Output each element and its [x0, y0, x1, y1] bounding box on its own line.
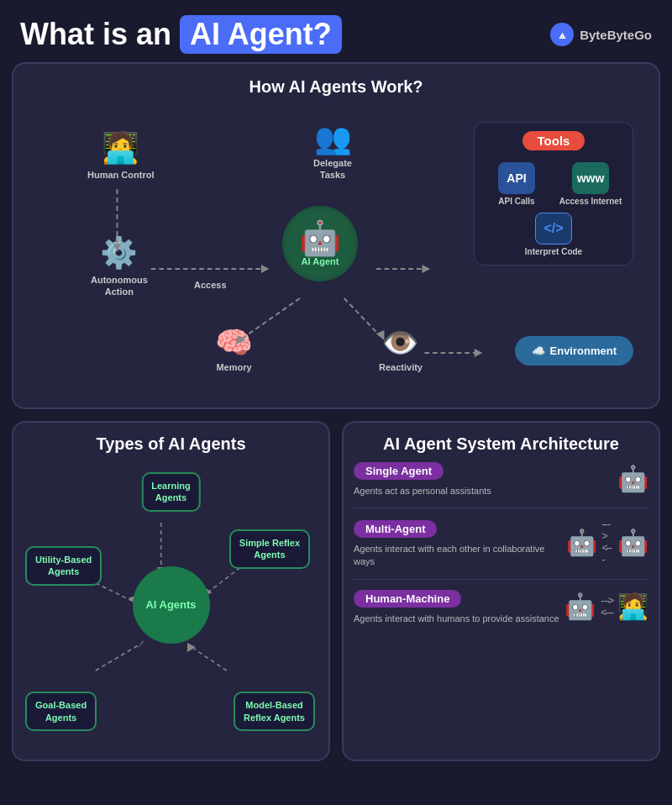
multi-agent-robot1: 🤖 — [566, 528, 597, 557]
reactivity-icon: 👁️ — [381, 328, 419, 358]
types-center-label: AI Agents — [145, 598, 196, 612]
www-icon: www — [572, 162, 609, 194]
delegate-tasks-label: DelegateTasks — [313, 157, 352, 182]
how-agents-work-title: How AI Agents Work? — [30, 77, 642, 97]
svg-marker-21 — [137, 640, 144, 650]
title-prefix: What is an — [20, 17, 171, 52]
svg-marker-23 — [187, 643, 196, 652]
multi-agent-robot2: 🤖 — [617, 528, 648, 557]
svg-marker-5 — [422, 265, 430, 273]
human-machine-badge: Human-Machine — [354, 590, 461, 608]
types-diagram: AI Agents LearningAgents Simple ReflexAg… — [24, 462, 318, 748]
human-control-label: Human Control — [87, 169, 154, 181]
ai-agent-label: AI Agent — [302, 256, 339, 266]
multi-agent-item: Multi-Agent Agents interact with each ot… — [354, 518, 648, 580]
model-based-box: Model-BasedReflex Agents — [234, 692, 315, 731]
autonomous-action-label: AutonomousAction — [91, 274, 148, 298]
multi-agent-badge: Multi-Agent — [354, 520, 437, 538]
single-agent-left: Single Agent Agents act as personal assi… — [354, 462, 491, 497]
svg-marker-3 — [261, 265, 270, 273]
reactivity-label: Reactivity — [379, 361, 423, 373]
single-agent-badge: Single Agent — [354, 462, 444, 480]
multi-agent-arrow: - - -><- - - — [602, 518, 612, 566]
brand-icon: ⟁ — [550, 23, 574, 46]
main-content: How AI Agents Work? — [0, 62, 672, 773]
api-calls-tool: API API Calls — [483, 162, 550, 206]
utility-based-box: Utility-BasedAgents — [25, 546, 102, 586]
single-agent-item: Single Agent Agents act as personal assi… — [354, 462, 648, 508]
access-internet-label: Access Internet — [559, 197, 622, 206]
gear-icon: ⚙️ — [100, 235, 138, 271]
human-machine-item: Human-Machine Agents interact with human… — [354, 590, 648, 635]
multi-agent-robots: 🤖 - - -><- - - 🤖 — [566, 518, 648, 566]
multi-agent-row: Multi-Agent Agents interact with each ot… — [354, 518, 648, 569]
ai-agent-robot-icon: 🤖 — [299, 221, 341, 255]
code-icon: </> — [535, 213, 572, 245]
learning-agents-box: LearningAgents — [141, 472, 200, 512]
human-machine-arrow: - - -><- - - — [601, 595, 612, 618]
svg-line-20 — [96, 645, 139, 671]
api-icon: API — [498, 162, 535, 194]
ai-agent-center: 🤖 AI Agent — [282, 206, 358, 281]
memory-label: Memory — [216, 361, 251, 373]
svg-line-22 — [192, 647, 227, 671]
human-machine-row: Human-Machine Agents interact with human… — [354, 590, 648, 625]
interpret-code-tool: </> Interpret Code — [483, 213, 624, 256]
single-agent-robot-icon: 🤖 — [617, 464, 648, 493]
memory-item: 🧠 Memory — [215, 328, 253, 373]
arch-title: AI Agent System Architecture — [354, 434, 648, 454]
bottom-sections: Types of AI Agents — [12, 421, 660, 761]
types-center-circle: AI Agents — [133, 566, 210, 644]
simple-reflex-box: Simple ReflexAgents — [229, 529, 310, 569]
tools-grid: API API Calls www Access Internet </> — [483, 162, 624, 256]
types-title: Types of AI Agents — [24, 434, 318, 454]
access-internet-tool: www Access Internet — [557, 162, 624, 206]
tools-box: Tools API API Calls www Access Internet — [474, 122, 633, 266]
delegate-tasks-item: 👥 DelegateTasks — [291, 124, 375, 182]
svg-marker-13 — [475, 349, 483, 357]
memory-icon: 🧠 — [215, 328, 253, 358]
human-machine-left: Human-Machine Agents interact with human… — [354, 590, 559, 625]
api-calls-label: API Calls — [498, 197, 534, 206]
types-section: Types of AI Agents — [12, 421, 330, 761]
human-control-item: 🧑‍💻 Human Control — [87, 130, 154, 181]
human-machine-robots: 🤖 - - -><- - - 🧑‍💻 — [564, 592, 648, 621]
single-agent-row: Single Agent Agents act as personal assi… — [354, 462, 648, 497]
brand: ⟁ ByteByteGo — [550, 23, 652, 46]
single-agent-robots: 🤖 — [617, 464, 648, 493]
delegate-icon: 👥 — [314, 124, 352, 154]
architecture-section: AI Agent System Architecture Single Agen… — [342, 421, 660, 761]
tools-badge: Tools — [522, 131, 585, 150]
how-agents-work-section: How AI Agents Work? — [12, 62, 660, 409]
human-machine-human: 🧑‍💻 — [617, 592, 648, 621]
autonomous-action-item: ⚙️ AutonomousAction — [91, 235, 148, 298]
how-agents-diagram: 🧑‍💻 Human Control ⚙️ AutonomousAction 👥 … — [30, 105, 642, 391]
human-machine-desc: Agents interact with humans to provide a… — [354, 613, 559, 625]
svg-line-10 — [344, 298, 381, 336]
access-label: Access — [194, 280, 227, 290]
environment-label: Environment — [550, 345, 617, 357]
single-agent-desc: Agents act as personal assistants — [354, 485, 491, 497]
brand-name: ByteByteGo — [580, 28, 652, 42]
human-control-icon: 🧑‍💻 — [102, 130, 139, 166]
title-highlight: AI Agent? — [180, 15, 342, 54]
multi-agent-desc: Agents interact with each other in colla… — [354, 543, 566, 569]
goal-based-box: Goal-BasedAgents — [25, 692, 97, 731]
header: What is an AI Agent? ⟁ ByteByteGo — [0, 0, 672, 62]
interpret-code-label: Interpret Code — [525, 247, 582, 256]
environment-cloud: ☁️ Environment — [515, 336, 633, 366]
human-machine-robot: 🤖 — [564, 592, 596, 621]
multi-agent-left: Multi-Agent Agents interact with each ot… — [354, 520, 566, 569]
cloud-icon: ☁️ — [532, 345, 545, 357]
page-title: What is an AI Agent? — [20, 15, 342, 54]
reactivity-item: 👁️ Reactivity — [379, 328, 423, 373]
